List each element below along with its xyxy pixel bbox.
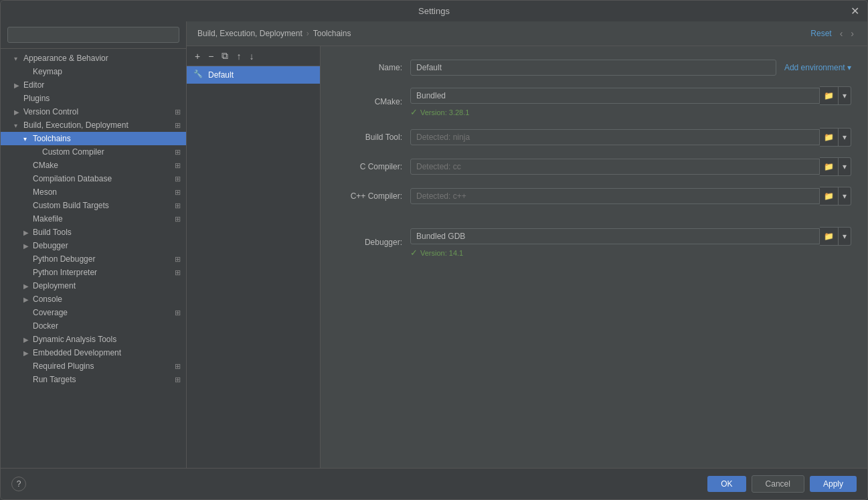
sidebar-item-python-debugger[interactable]: Python Debugger ⊞ — [1, 252, 186, 266]
cmake-version-info: ✓ Version: 3.28.1 — [410, 107, 851, 117]
sidebar-item-label: Plugins — [23, 94, 181, 103]
cpp-compiler-dropdown-button[interactable]: ▾ — [839, 187, 851, 205]
close-button[interactable]: ✕ — [851, 6, 859, 17]
breadcrumb-parent: Build, Execution, Deployment — [197, 29, 302, 38]
cmake-dropdown-button[interactable]: ▾ — [839, 86, 851, 105]
nav-back-button[interactable]: ‹ — [837, 27, 846, 40]
c-compiler-input[interactable] — [410, 159, 820, 175]
debugger-version-text: Version: 14.1 — [420, 249, 463, 257]
sidebar-item-embedded-dev[interactable]: ▶ Embedded Development — [1, 346, 186, 359]
breadcrumb-separator: › — [307, 29, 309, 38]
sidebar-item-console[interactable]: ▶ Console — [1, 293, 186, 306]
name-input[interactable] — [410, 60, 776, 76]
version-check-icon: ✓ — [410, 107, 418, 117]
expand-arrow-icon: ▶ — [23, 296, 33, 303]
cpp-compiler-input[interactable] — [410, 188, 820, 204]
expand-arrow-icon — [23, 376, 33, 384]
debugger-input[interactable] — [410, 228, 820, 244]
settings-icon: ⊞ — [170, 255, 181, 264]
sidebar-item-meson[interactable]: Meson ⊞ — [1, 185, 186, 199]
remove-toolchain-button[interactable]: − — [205, 50, 216, 63]
sidebar-item-python-interpreter[interactable]: Python Interpreter ⊞ — [1, 266, 186, 279]
sidebar-item-plugins[interactable]: Plugins — [1, 92, 186, 105]
sidebar-item-label: CMake — [33, 161, 170, 170]
ok-button[interactable]: OK — [707, 476, 746, 492]
expand-arrow-icon: ▶ — [23, 336, 33, 343]
build-tool-input[interactable] — [410, 129, 820, 145]
sidebar-item-required-plugins[interactable]: Required Plugins ⊞ — [1, 359, 186, 373]
c-compiler-dropdown-button[interactable]: ▾ — [839, 157, 851, 176]
sidebar-item-label: Build, Execution, Deployment — [23, 120, 170, 130]
cmake-folder-button[interactable]: 📁 — [820, 86, 839, 105]
sidebar-item-custom-build[interactable]: Custom Build Targets ⊞ — [1, 199, 186, 212]
cmake-field-wrapper: 📁 ▾ ✓ Version: 3.28.1 — [410, 86, 851, 117]
expand-arrow-icon — [33, 149, 42, 156]
debugger-dropdown-button[interactable]: ▾ — [839, 227, 851, 246]
sidebar-item-label: Custom Compiler — [42, 147, 170, 157]
sidebar-item-dynamic-analysis[interactable]: ▶ Dynamic Analysis Tools — [1, 333, 186, 346]
cpp-compiler-folder-button[interactable]: 📁 — [820, 187, 839, 205]
sidebar-item-docker[interactable]: Docker — [1, 319, 186, 333]
sidebar-list: ▾ Appearance & Behavior Keymap ▶ Editor … — [1, 49, 186, 468]
settings-panel: Name: Add environment ▾ CMake: 📁 — [321, 46, 867, 468]
breadcrumb-bar: Build, Execution, Deployment › Toolchain… — [187, 21, 867, 46]
sidebar-item-appearance[interactable]: ▾ Appearance & Behavior — [1, 52, 186, 65]
sidebar-item-label: Custom Build Targets — [33, 201, 170, 210]
cmake-row: CMake: 📁 ▾ ✓ Version: 3.28.1 — [337, 86, 851, 117]
settings-dialog: Settings ✕ ▾ Appearance & Behavior Keyma… — [0, 0, 868, 500]
sidebar-item-coverage[interactable]: Coverage ⊞ — [1, 306, 186, 319]
sidebar-item-build-exec[interactable]: ▾ Build, Execution, Deployment ⊞ — [1, 118, 186, 132]
sidebar-item-build-tools[interactable]: ▶ Build Tools — [1, 226, 186, 239]
breadcrumb: Build, Execution, Deployment › Toolchain… — [197, 29, 351, 38]
sidebar-item-compilation-db[interactable]: Compilation Database ⊞ — [1, 172, 186, 185]
settings-icon: ⊞ — [170, 188, 181, 197]
add-toolchain-button[interactable]: + — [192, 50, 203, 63]
move-down-button[interactable]: ↓ — [246, 50, 256, 63]
add-environment-button[interactable]: Add environment ▾ — [784, 63, 851, 72]
settings-icon: ⊞ — [170, 108, 181, 116]
sidebar-item-debugger[interactable]: ▶ Debugger — [1, 239, 186, 252]
debugger-field-wrapper: 📁 ▾ ✓ Version: 14.1 — [410, 227, 851, 258]
sidebar-item-custom-compiler[interactable]: Custom Compiler ⊞ — [1, 145, 186, 159]
sidebar-item-toolchains[interactable]: ▾ Toolchains — [1, 132, 186, 145]
cmake-input[interactable] — [410, 88, 820, 104]
sidebar-item-label: Python Debugger — [33, 254, 170, 264]
sidebar-item-editor[interactable]: ▶ Editor — [1, 78, 186, 92]
nav-forward-button[interactable]: › — [848, 27, 857, 40]
cpp-compiler-row: C++ Compiler: 📁 ▾ — [337, 187, 851, 205]
sidebar-item-label: Console — [33, 295, 181, 304]
settings-icon: ⊞ — [170, 201, 181, 210]
move-up-button[interactable]: ↑ — [234, 50, 244, 63]
expand-arrow-icon — [23, 162, 33, 169]
help-button[interactable]: ? — [11, 477, 26, 491]
sidebar-item-label: Dynamic Analysis Tools — [33, 335, 181, 344]
toolchain-item[interactable]: 🔧 Default — [187, 66, 320, 84]
reset-button[interactable]: Reset — [810, 29, 831, 38]
build-tool-dropdown-button[interactable]: ▾ — [839, 128, 851, 147]
sidebar-item-version-control[interactable]: ▶ Version Control ⊞ — [1, 105, 186, 118]
debugger-folder-button[interactable]: 📁 — [820, 227, 839, 246]
settings-icon: ⊞ — [170, 121, 181, 130]
sidebar-item-keymap[interactable]: Keymap — [1, 65, 186, 78]
settings-icon: ⊞ — [170, 376, 181, 384]
name-label: Name: — [337, 63, 410, 72]
sidebar-item-label: Compilation Database — [33, 174, 170, 183]
sidebar-item-label: Toolchains — [33, 134, 181, 143]
build-tool-label: Build Tool: — [337, 133, 410, 142]
build-tool-folder-button[interactable]: 📁 — [820, 128, 839, 147]
apply-button[interactable]: Apply — [810, 476, 857, 492]
sidebar-item-cmake[interactable]: CMake ⊞ — [1, 159, 186, 172]
sidebar-item-run-targets[interactable]: Run Targets ⊞ — [1, 373, 186, 386]
cancel-button[interactable]: Cancel — [752, 475, 804, 493]
c-compiler-folder-button[interactable]: 📁 — [820, 157, 839, 176]
copy-toolchain-button[interactable]: ⧉ — [219, 49, 231, 63]
sidebar-item-label: Keymap — [33, 67, 181, 76]
expand-arrow-icon — [23, 256, 33, 263]
settings-icon: ⊞ — [170, 362, 181, 371]
sidebar-item-makefile[interactable]: Makefile ⊞ — [1, 212, 186, 226]
search-input[interactable] — [7, 27, 179, 43]
debugger-field: 📁 ▾ — [410, 227, 851, 246]
sidebar-item-deployment[interactable]: ▶ Deployment — [1, 279, 186, 293]
footer-right: OK Cancel Apply — [707, 475, 857, 493]
name-row: Name: Add environment ▾ — [337, 60, 851, 76]
